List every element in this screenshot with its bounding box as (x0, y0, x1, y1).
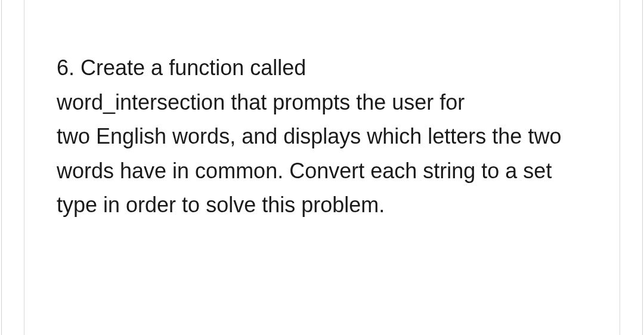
question-number: 6. (57, 55, 75, 80)
outer-border-left (1, 0, 2, 335)
outer-border-right (642, 0, 643, 335)
inner-border-left (24, 0, 24, 335)
question-line3: two English words, and displays which le… (57, 119, 587, 222)
question-line2: word_intersection that prompts the user … (57, 85, 587, 120)
question-line1: Create a function called (80, 55, 306, 80)
inner-border-right (620, 0, 620, 335)
question-text: 6. Create a function called word_interse… (57, 51, 587, 222)
